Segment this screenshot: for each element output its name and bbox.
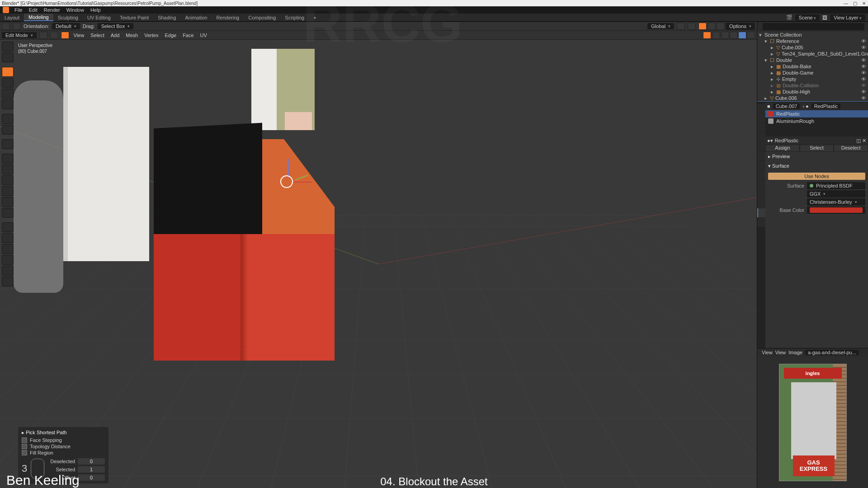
outliner-search-input[interactable] [763, 23, 864, 30]
viewport-menu-select[interactable]: Select [89, 33, 106, 38]
drag-dropdown[interactable]: Select Box [98, 23, 134, 29]
shading-wireframe[interactable] [721, 32, 729, 39]
overlay-toggle[interactable] [703, 32, 711, 39]
outliner-item[interactable]: ▦Double-High👁 [757, 89, 868, 95]
menu-render[interactable]: Render [41, 6, 63, 14]
viewlayer-dropdown[interactable]: View Layer [830, 14, 865, 21]
outliner-item-empty[interactable]: ⊹Empty👁 [757, 76, 868, 82]
tool-shear[interactable] [2, 266, 14, 276]
shading-matprev[interactable] [738, 32, 746, 39]
tool-move[interactable] [2, 67, 14, 77]
material-slot[interactable]: RedPlastic [765, 110, 868, 117]
menu-help[interactable]: Help [88, 6, 104, 14]
breadcrumb-material[interactable]: RedPlastic [811, 103, 841, 109]
viewport-menu-face[interactable]: Face [181, 33, 195, 38]
tool-rotate[interactable] [2, 78, 14, 88]
prop-edit-toggle[interactable] [688, 23, 696, 30]
tab-add[interactable]: + [309, 14, 321, 21]
manip-y-axis[interactable] [295, 175, 308, 180]
outliner-item-hidden[interactable]: ▦Double-Collision👁 [757, 82, 868, 89]
tool-spin[interactable] [2, 222, 14, 232]
minimize-button[interactable]: — [844, 1, 848, 6]
outliner-tree[interactable]: Scene Collection ☐Reference👁 ▽Cube.005👁 … [757, 32, 868, 102]
tool-transform[interactable] [2, 99, 14, 109]
vertex-select-icon[interactable] [39, 32, 47, 39]
tab-shading[interactable]: Shading [153, 14, 180, 21]
tool-scale[interactable] [2, 89, 14, 99]
tab-modeling[interactable]: Modeling [24, 14, 53, 21]
orientation-dropdown[interactable]: Default [52, 23, 80, 29]
proptab-constraints[interactable] [757, 189, 765, 198]
tool-rip[interactable] [2, 277, 14, 286]
viewport-menu-mesh[interactable]: Mesh [124, 33, 140, 38]
proptab-modifiers[interactable] [757, 161, 765, 170]
edge-select-icon[interactable] [50, 32, 58, 39]
outliner-item[interactable]: ▽Ten24_Sample_OBJ_SubD_Level1.Group1👁 [757, 51, 868, 57]
material-slot[interactable]: AluminiumRough [765, 117, 868, 125]
shading-rendered[interactable] [747, 32, 755, 39]
breadcrumb-object[interactable]: Cube.007 [773, 103, 800, 109]
tab-layout[interactable]: Layout [0, 14, 24, 21]
cb-fill-region[interactable] [22, 450, 27, 455]
cb-topology-distance[interactable] [22, 444, 27, 449]
scene-dropdown[interactable]: Scene [795, 14, 820, 21]
outliner-item[interactable]: ▽Cube.005👁 [757, 44, 868, 51]
material-slot-list[interactable]: RedPlastic AluminiumRough [765, 110, 868, 136]
tool-extrude[interactable] [2, 154, 14, 164]
viewport-menu-uv[interactable]: UV [198, 33, 209, 38]
outliner-item[interactable]: ▦Double-Bake👁 [757, 63, 868, 70]
options-dropdown[interactable]: Options [726, 23, 755, 30]
tab-animation[interactable]: Animation [181, 14, 212, 21]
tab-texture-paint[interactable]: Texture Paint [115, 14, 153, 21]
tab-sculpting[interactable]: Sculpting [53, 14, 83, 21]
row-offset-value[interactable]: 0 [78, 474, 105, 481]
imgeditor-menu-view[interactable]: View [762, 350, 773, 355]
deselect-button[interactable]: Deselect [834, 145, 868, 152]
menu-edit[interactable]: Edit [26, 6, 40, 14]
proptab-particles[interactable] [757, 170, 765, 179]
close-button[interactable]: ✕ [862, 1, 866, 6]
proptab-texture[interactable] [757, 218, 765, 227]
transform-manipulator[interactable] [276, 166, 307, 198]
tool-measure[interactable] [2, 125, 14, 135]
overlay-gizmo-z[interactable] [717, 23, 725, 30]
tool-loopcut[interactable] [2, 186, 14, 196]
proptab-object[interactable] [757, 151, 765, 160]
outliner-item[interactable]: ▦Double-Game👁 [757, 70, 868, 76]
use-nodes-button[interactable]: Use Nodes [768, 173, 865, 180]
imgeditor-menu-image[interactable]: Image [788, 350, 802, 355]
proptab-render[interactable] [757, 104, 765, 113]
tab-compositing[interactable]: Compositing [244, 14, 280, 21]
maximize-button[interactable]: ▢ [853, 1, 857, 6]
proptab-viewlayer[interactable] [757, 123, 765, 132]
transform-space-dropdown[interactable]: Global [647, 23, 674, 29]
proptab-material[interactable] [757, 208, 765, 217]
manip-z-axis[interactable] [288, 159, 289, 177]
manip-center[interactable] [280, 175, 293, 188]
face-select-icon[interactable] [61, 32, 69, 39]
assign-button[interactable]: Assign [765, 145, 800, 152]
move-tool-icon[interactable] [13, 23, 21, 30]
material-name-field[interactable]: RedPlastic [775, 138, 799, 143]
select-button[interactable]: Select [800, 145, 834, 152]
tool-bevel[interactable] [2, 175, 14, 185]
snap-toggle[interactable] [677, 23, 685, 30]
tool-select-box[interactable] [2, 42, 14, 52]
ggx-dropdown[interactable]: GGX [807, 190, 865, 197]
outliner-scene-collection[interactable]: Scene Collection [757, 32, 868, 38]
proptab-scene[interactable] [757, 132, 765, 141]
proptab-mesh[interactable] [757, 199, 765, 208]
menu-window[interactable]: Window [64, 6, 87, 14]
overlay-gizmo-x[interactable] [698, 23, 707, 30]
3d-viewport[interactable]: User Perspective (80) Cube.007 [0, 40, 757, 488]
xray-toggle[interactable] [712, 32, 720, 39]
proptab-world[interactable] [757, 142, 765, 151]
image-name-dropdown[interactable]: a-gas-and-diesel-pu... [805, 350, 859, 355]
row-selected-value[interactable]: 1 [78, 466, 105, 473]
viewport-menu-edge[interactable]: Edge [163, 33, 178, 38]
mode-dropdown[interactable]: Edit Mode [2, 32, 37, 38]
sss-dropdown[interactable]: Christensen-Burley [807, 198, 865, 206]
tool-shrink[interactable] [2, 255, 14, 265]
tool-inset[interactable] [2, 164, 14, 174]
image-editor-canvas[interactable]: ingles GAS EXPRESS [757, 357, 868, 488]
